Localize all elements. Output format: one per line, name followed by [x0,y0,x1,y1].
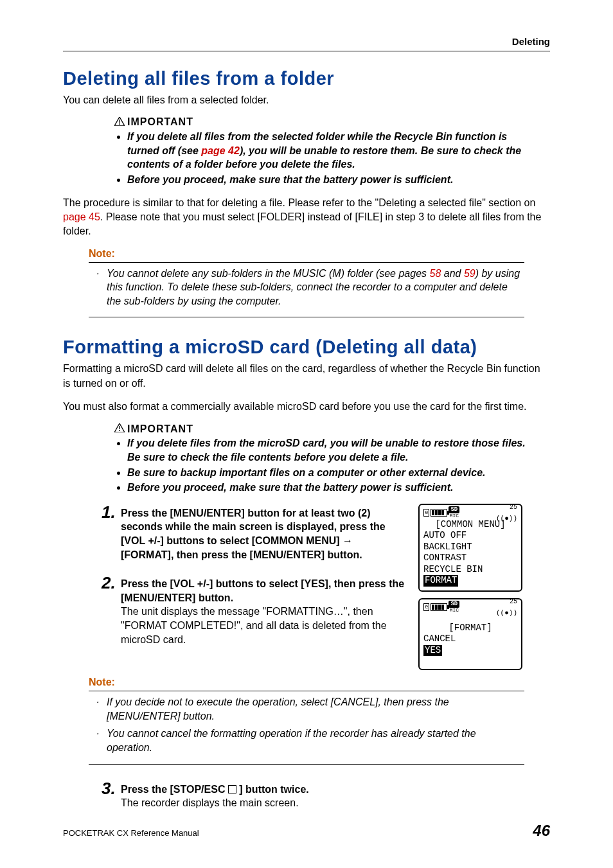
section1-title: Deleting all files from a folder [63,68,550,89]
page-link[interactable]: page 42 [201,145,240,156]
step-instruction: Press the [MENU/ENTER] button for at lea… [121,508,386,560]
step-number: 2 [102,574,121,591]
lcd-screen-common-menu: e SD MIC 25 ((●)) [COMMON MENU] AUTO OFF… [418,504,522,592]
mic-label: MIC [450,513,459,518]
step-number: 3 [102,780,121,797]
battery-icon [431,509,447,517]
svg-point-1 [119,123,120,125]
warning-icon [114,423,125,435]
footer-left: POCKETRAK CX Reference Manual [63,828,199,838]
important-item: If you delete files from the microSD car… [127,436,531,464]
e-icon: e [423,603,429,611]
step-instruction: Press the [VOL +/-] buttons to select [Y… [121,578,404,603]
page-footer: POCKETRAK CX Reference Manual 46 [63,822,550,840]
lcd-counter: 25 [510,504,517,511]
note-label: Note: [89,248,115,260]
step-3: 3 Press the [STOP/ESC ] button twice. Th… [102,780,531,810]
battery-icon [431,603,447,611]
important-item: Be sure to backup important files on a c… [127,466,531,480]
lcd-selected: YES [423,645,442,657]
lcd-line: CANCEL [423,633,517,645]
note-label: Note: [89,677,115,688]
important-item: Before you proceed, make sure that the b… [127,173,531,187]
mic-label: MIC [450,608,459,613]
page-link[interactable]: 59 [464,268,475,279]
section2-intro1: Formatting a microSD card will delete al… [63,362,550,391]
section1-paragraph: The procedure is similar to that for del… [63,196,550,239]
e-icon: e [423,509,429,517]
page-link[interactable]: page 45 [63,211,100,222]
section2-note: Note: If you decide not to execute the o… [89,677,524,764]
svg-point-3 [119,430,120,432]
important-label: IMPORTANT [114,116,531,128]
page-number: 46 [533,822,550,840]
section2-title: Formatting a microSD card (Deleting all … [63,337,550,358]
lcd-line: AUTO OFF [423,530,517,542]
section1-important: IMPORTANT If you delete all files from t… [114,116,531,186]
section2-intro2: You must also format a commercially avai… [63,400,550,414]
important-label: IMPORTANT [114,423,531,436]
lcd-title: [COMMON MENU] [423,519,517,531]
section1-note: Note: You cannot delete any sub-folders … [89,248,524,318]
lcd-title: [FORMAT] [423,623,517,634]
warning-icon [114,117,125,128]
step-description: The recorder displays the main screen. [121,797,299,808]
important-item: Before you proceed, make sure that the b… [127,481,531,495]
signal-icon: ((●)) [496,609,517,617]
steps-block: 1 Press the [MENU/ENTER] button for at l… [102,504,531,677]
note-item: If you decide not to execute the operati… [100,695,524,723]
lcd-screen-format: e SD MIC 25 ((●)) [FORMAT] CANCEL [418,598,522,671]
stop-icon [228,785,236,793]
section1-intro: You can delete all files from a selected… [63,93,550,107]
header-right: Deleting [512,36,550,47]
lcd-line: BACKLIGHT [423,542,517,553]
step-description: The unit displays the message "FORMATTIN… [121,606,387,644]
lcd-counter: 25 [510,598,517,605]
step-number: 1 [102,504,121,520]
important-item: If you delete all files from the selecte… [127,130,531,172]
lcd-selected: FORMAT [423,575,458,587]
lcd-line: CONTRAST [423,553,517,564]
note-item: You cannot cancel the formatting operati… [100,727,524,754]
section2-important: IMPORTANT If you delete files from the m… [114,423,531,495]
step-1: 1 Press the [MENU/ENTER] button for at l… [102,504,405,562]
step-2: 2 Press the [VOL +/-] buttons to select … [102,574,405,646]
page-link[interactable]: 58 [429,268,441,279]
note-item: You cannot delete any sub-folders in the… [100,267,524,308]
lcd-column: e SD MIC 25 ((●)) [COMMON MENU] AUTO OFF… [418,504,531,677]
lcd-line: RECYCLE BIN [423,564,517,576]
step-instruction: Press the [STOP/ESC ] button twice. [121,784,309,795]
page-header: Deleting [63,36,550,51]
